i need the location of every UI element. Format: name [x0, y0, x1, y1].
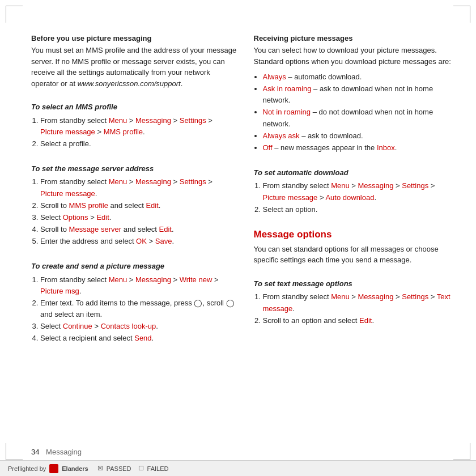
failed-label: FAILED [147, 465, 169, 472]
list-item: From standby select Menu > Messaging > S… [263, 291, 460, 314]
list-item: From standby select Menu > Messaging > S… [40, 115, 237, 138]
list-item: Ask in roaming – ask to download when no… [263, 83, 460, 106]
page-number: 34 [31, 448, 39, 456]
list-item: Select an option. [263, 204, 460, 215]
failed-box-icon: ☐ [138, 465, 144, 472]
content-area: Before you use picture messaging You mus… [31, 34, 459, 442]
section-receiving-pic: Receiving picture messages You can selec… [254, 34, 460, 159]
list-item: Always – automatic download. [263, 71, 460, 83]
heading-create-pic-msg: To create and send a picture message [31, 261, 237, 272]
heading-select-mms: To select an MMS profile [31, 101, 237, 113]
corner-mark-tl [6, 6, 23, 23]
list-item: Enter text. To add items to the message,… [40, 298, 237, 320]
company-name: Elanders [62, 465, 88, 472]
list-item: From standby select Menu > Messaging > S… [263, 180, 460, 203]
steps-auto-download: From standby select Menu > Messaging > S… [254, 180, 460, 215]
para-message-options: You can set standard options for all mes… [254, 244, 460, 266]
list-item: Scroll to an option and select Edit. [263, 315, 460, 326]
list-item: Select a recipient and select Send. [40, 333, 237, 344]
heading-text-msg-options: To set text message options [254, 278, 460, 290]
steps-set-server: From standby select Menu > Messaging > S… [31, 176, 237, 247]
steps-create-pic-msg: From standby select Menu > Messaging > W… [31, 274, 237, 345]
steps-text-msg-options: From standby select Menu > Messaging > S… [254, 291, 460, 326]
preflighted-text: Preflighted by [8, 465, 46, 472]
list-item: Off – new messages appear in the Inbox. [263, 142, 460, 154]
page-container: Before you use picture messaging You mus… [0, 0, 476, 476]
list-item: Scroll to Message server and select Edit… [40, 224, 237, 235]
corner-mark-br [453, 443, 470, 460]
bullets-receiving-pic: Always – automatic download. Ask in roam… [254, 71, 460, 154]
list-item: Select a profile. [40, 138, 237, 150]
steps-select-mms: From standby select Menu > Messaging > S… [31, 115, 237, 150]
list-item: From standby select Menu > Messaging > S… [40, 176, 237, 199]
section-message-options: Message options You can set standard opt… [254, 229, 460, 270]
section-create-pic-msg: To create and send a picture message Fro… [31, 261, 237, 350]
left-column: Before you use picture messaging You mus… [31, 34, 237, 442]
heading-auto-download: To set automatic download [254, 167, 460, 178]
section-select-mms: To select an MMS profile From standby se… [31, 101, 237, 155]
corner-mark-tr [453, 6, 470, 23]
heading-receiving-pic: Receiving picture messages [254, 34, 460, 42]
list-item: Scroll to MMS profile and select Edit. [40, 200, 237, 211]
passed-label: PASSED [107, 465, 131, 472]
page-label: Messaging [46, 448, 82, 456]
heading-set-server: To set the message server address [31, 163, 237, 175]
list-item: Not in roaming – do not download when no… [263, 107, 460, 129]
para-before-use: You must set an MMS profile and the addr… [31, 45, 237, 89]
section-text-msg-options: To set text message options From standby… [254, 278, 460, 332]
bottom-bar: Preflighted by Elanders ☒ PASSED ☐ FAILE… [0, 460, 476, 476]
list-item: Select Options > Edit. [40, 212, 237, 223]
section-set-server: To set the message server address From s… [31, 163, 237, 253]
list-item: From standby select Menu > Messaging > W… [40, 274, 237, 297]
list-item: Always ask – ask to download. [263, 130, 460, 142]
para-receiving-pic: You can select how to download your pict… [254, 45, 460, 67]
right-column: Receiving picture messages You can selec… [254, 34, 460, 442]
elanders-icon [49, 464, 58, 473]
list-item: Enter the address and select OK > Save. [40, 236, 237, 247]
page-number-area: 34 Messaging [31, 448, 82, 456]
passed-x-icon: ☒ [97, 465, 103, 472]
section-auto-download: To set automatic download From standby s… [254, 167, 460, 221]
list-item: Select Continue > Contacts look-up. [40, 321, 237, 332]
heading-before-use: Before you use picture messaging [31, 34, 237, 42]
corner-mark-bl [6, 443, 23, 460]
section-before-use: Before you use picture messaging You mus… [31, 34, 237, 94]
heading-message-options: Message options [254, 229, 460, 240]
